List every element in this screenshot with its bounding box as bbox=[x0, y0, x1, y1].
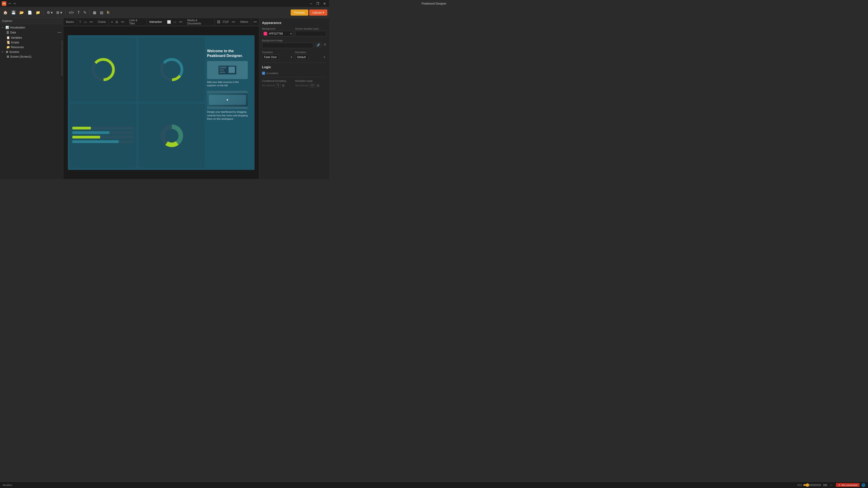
bar-row-3 bbox=[72, 136, 134, 138]
chart-donut bbox=[138, 104, 205, 168]
activation-script-code-btn[interactable]: </> bbox=[309, 83, 316, 88]
open-file-button[interactable]: 📁 bbox=[34, 9, 41, 15]
minimize-button[interactable]: ─ bbox=[309, 1, 313, 6]
chart-grid-btn[interactable]: ⊞ bbox=[115, 20, 119, 24]
is-enabled-checkbox[interactable] bbox=[262, 72, 265, 75]
rect-tool-btn[interactable]: ▭ bbox=[83, 20, 88, 24]
ctx-paste[interactable]: 📋 Paste bbox=[61, 62, 63, 68]
transition-select-wrapper: Fade Over bbox=[262, 55, 293, 60]
text-button[interactable]: T bbox=[76, 10, 81, 15]
ctx-add-dataflow[interactable]: 📊 Add dataflow bbox=[61, 54, 63, 61]
chart-bars-1 bbox=[70, 104, 136, 168]
step-2-inner bbox=[209, 95, 246, 105]
ctx-add-datasource[interactable]: ⊕ Add data source ▶ bbox=[61, 41, 63, 47]
bg-image-input[interactable] bbox=[262, 43, 313, 48]
ctx-add-folder[interactable]: 📁 Add folder bbox=[61, 47, 63, 54]
tab-lists-label: Lists & Tiles bbox=[129, 19, 144, 25]
tree-item-screens[interactable]: ▾ 🖥 Screens bbox=[0, 50, 63, 54]
background-color-dropdown[interactable]: ▾ bbox=[290, 32, 292, 35]
new-button[interactable]: 📄 bbox=[26, 9, 33, 15]
svg-rect-10 bbox=[219, 67, 226, 68]
transition-select[interactable]: Fade Over bbox=[262, 55, 279, 60]
tab-basics[interactable]: Basics bbox=[63, 18, 77, 26]
activation-script-del-btn[interactable]: 🗑 bbox=[317, 84, 320, 87]
tab-charts[interactable]: Charts bbox=[95, 18, 109, 26]
upload-button[interactable]: Upload ▾ bbox=[309, 9, 327, 15]
bg-image-del-btn[interactable]: 🗑 bbox=[323, 43, 327, 46]
h-icon-button[interactable]: h bbox=[105, 9, 111, 16]
int-btn2[interactable]: ⬭ bbox=[173, 20, 177, 24]
redo-button[interactable]: ↪ bbox=[12, 1, 17, 6]
cond-formatting-controls: Not defined ✎ 🗑 bbox=[262, 83, 293, 88]
animation-label: Animation bbox=[295, 51, 327, 54]
bar-fill-3 bbox=[72, 136, 100, 138]
cond-formatting-del-btn[interactable]: 🗑 bbox=[282, 84, 285, 87]
more-charts-btn[interactable]: ••• bbox=[120, 20, 125, 24]
bar-row-1 bbox=[72, 127, 134, 129]
code-button[interactable]: </> bbox=[67, 10, 75, 15]
preview-button[interactable]: Preview bbox=[291, 9, 308, 15]
tab-interactive[interactable]: Interactive bbox=[147, 18, 165, 26]
screen-duration-input[interactable]: 0 bbox=[295, 31, 327, 36]
media-img-btn[interactable]: 🖼 bbox=[216, 20, 221, 24]
chart-circular-1 bbox=[70, 37, 136, 101]
tab-others[interactable]: Others bbox=[237, 18, 251, 26]
explorer-tree: ▾ 📊 Visualization 🗄 Data ••• 📋 Variables… bbox=[0, 24, 63, 179]
tree-item-scripts[interactable]: 📜 Scripts bbox=[0, 40, 63, 45]
canvas-area[interactable]: Welcome to thePeakboard Designer. bbox=[63, 26, 259, 179]
step-2-visual bbox=[207, 93, 248, 107]
data-dots[interactable]: ••• bbox=[57, 31, 61, 35]
bg-image-row: 🔗 🗑 bbox=[262, 43, 327, 48]
appearance-title: Appearance bbox=[262, 21, 327, 25]
resources-icon: 📁 bbox=[6, 45, 10, 49]
logic-title: Logic bbox=[262, 65, 327, 69]
bg-image-link-btn[interactable]: 🔗 bbox=[315, 43, 322, 47]
home-button[interactable]: 🏠 bbox=[2, 9, 9, 15]
tree-item-data[interactable]: 🗄 Data ••• bbox=[0, 30, 63, 35]
app-logo: PB bbox=[2, 1, 6, 6]
screen1-icon: 🖥 bbox=[6, 55, 9, 58]
restore-button[interactable]: ❐ bbox=[315, 1, 320, 6]
is-enabled-label: Is enabled bbox=[267, 72, 278, 74]
title-bar: PB ↩ ↪ Peakboard Designer ─ ❐ ✕ bbox=[0, 0, 329, 7]
ctx-show-unused[interactable]: 🔍 Show unused data sources bbox=[61, 69, 63, 76]
chart-circular-2 bbox=[138, 37, 205, 101]
svg-rect-12 bbox=[219, 72, 225, 73]
tab-bar: Basics T ▭ ••• Charts ≡ ⊞ ••• Lists & Ti… bbox=[63, 18, 259, 26]
text-tool-btn[interactable]: T bbox=[78, 20, 82, 24]
open-button[interactable]: 📂 bbox=[18, 9, 25, 15]
more-others-btn[interactable]: ••• bbox=[252, 20, 258, 24]
cond-formatting-edit-btn[interactable]: ✎ bbox=[276, 83, 281, 88]
tab-lists[interactable]: Lists & Tiles bbox=[127, 18, 147, 26]
undo-button[interactable]: ↩ bbox=[8, 1, 12, 6]
tree-item-screen1[interactable]: 🖥 Screen (Screen1) bbox=[0, 54, 63, 59]
background-color-row[interactable]: #FF327788 ▾ bbox=[262, 31, 293, 36]
settings-button[interactable]: ⚙ ▾ bbox=[45, 9, 54, 15]
tree-item-resources[interactable]: 📁 Resources bbox=[0, 45, 63, 50]
animation-select[interactable]: Default bbox=[295, 55, 308, 60]
chart-lines-btn[interactable]: ≡ bbox=[110, 20, 114, 24]
extra-button[interactable]: ⊞ ▾ bbox=[55, 9, 63, 15]
tab-basics-label: Basics bbox=[66, 20, 74, 24]
more-media-btn[interactable]: ••• bbox=[231, 20, 236, 24]
int-btn1[interactable]: ⬜ bbox=[166, 20, 172, 24]
close-button[interactable]: ✕ bbox=[322, 1, 327, 6]
more-basics-btn[interactable]: ••• bbox=[89, 20, 94, 24]
screens-icon: 🖥 bbox=[5, 50, 8, 54]
scripts-icon: 📜 bbox=[6, 41, 10, 44]
media-pdf-btn[interactable]: PDF bbox=[222, 20, 230, 24]
edit-button[interactable]: ✎ bbox=[82, 9, 88, 15]
tab-media-label: Media & Documents bbox=[187, 19, 212, 25]
tree-item-variables[interactable]: 📋 Variables bbox=[0, 35, 63, 40]
barcode-button[interactable]: ▦ bbox=[92, 9, 98, 15]
tab-media[interactable]: Media & Documents bbox=[185, 18, 215, 26]
title-bar-left: PB ↩ ↪ bbox=[2, 1, 17, 6]
tree-item-visualization[interactable]: ▾ 📊 Visualization bbox=[0, 25, 63, 30]
design-canvas[interactable]: Welcome to thePeakboard Designer. bbox=[68, 35, 254, 170]
activation-script-value: Not defined bbox=[295, 84, 308, 87]
nfc-button[interactable]: ▤ bbox=[98, 9, 105, 15]
save-button[interactable]: 💾 bbox=[10, 9, 17, 15]
int-btn3[interactable]: ••• bbox=[178, 20, 183, 24]
welcome-step-1: Add your data sources in the explorer on… bbox=[207, 61, 248, 88]
cond-formatting-col: Conditional formatting Not defined ✎ 🗑 bbox=[262, 79, 293, 88]
